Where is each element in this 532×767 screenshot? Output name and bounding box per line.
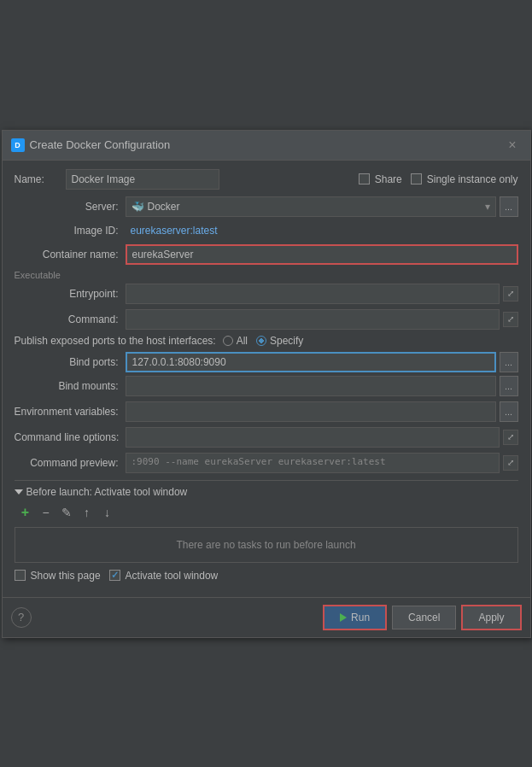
title-bar: D Create Docker Configuration × (3, 131, 530, 161)
container-name-input[interactable] (126, 244, 518, 265)
before-launch-toolbar: + − ✎ ↑ ↓ (15, 503, 518, 522)
name-row: Name: Share Single instance only (15, 169, 518, 190)
remove-task-button[interactable]: − (37, 503, 56, 522)
share-label: Share (375, 173, 402, 185)
server-ellipsis-button[interactable]: ... (500, 196, 518, 217)
activate-window-checkbox[interactable]: ✓ (109, 570, 120, 581)
button-row: ? Run Cancel Apply (3, 597, 530, 637)
bind-mounts-ellipsis-button[interactable]: ... (500, 376, 518, 396)
cmd-preview-expand-button[interactable]: ⤢ (503, 455, 518, 471)
image-id-value: eurekaserver:latest (126, 222, 518, 239)
publish-ports-label: Publish exposed ports to the host interf… (15, 335, 223, 347)
all-radio-group[interactable]: All (223, 335, 248, 347)
cmd-options-label: Command line options: (15, 431, 126, 443)
image-id-label: Image ID: (15, 225, 126, 237)
bind-ports-label: Bind ports: (15, 356, 126, 368)
bind-mounts-label: Bind mounts: (15, 380, 126, 392)
tasks-empty-area: There are no tasks to run before launch (15, 527, 518, 563)
server-label: Server: (15, 201, 126, 213)
edit-task-button[interactable]: ✎ (57, 503, 76, 522)
activate-window-checkbox-row[interactable]: ✓ Activate tool window (109, 570, 219, 582)
command-row: Command: ⤢ (15, 309, 518, 330)
radio-group: All Specify (223, 335, 518, 347)
show-page-checkbox-row[interactable]: Show this page (15, 570, 101, 582)
name-input[interactable] (66, 169, 219, 190)
add-task-button[interactable]: + (16, 503, 35, 522)
server-icon: 🐳 (132, 201, 144, 213)
bind-ports-row: Bind ports: ... (15, 352, 518, 372)
cmd-preview-row: Command preview: :9090 --name eurekaServ… (15, 453, 518, 473)
before-launch-label: Before launch: Activate tool window (26, 486, 188, 498)
checkmark-icon: ✓ (111, 570, 119, 581)
cancel-button[interactable]: Cancel (392, 606, 456, 629)
move-down-button[interactable]: ↓ (98, 503, 117, 522)
name-label: Name: (15, 173, 57, 185)
close-button[interactable]: × (503, 136, 521, 155)
container-name-label: Container name: (15, 249, 126, 261)
publish-ports-row: Publish exposed ports to the host interf… (15, 335, 518, 347)
entrypoint-expand-button[interactable]: ⤢ (503, 286, 518, 302)
specify-label: Specify (270, 335, 303, 347)
share-checkbox-row[interactable]: Share (359, 173, 402, 185)
show-page-checkbox[interactable] (15, 570, 26, 581)
server-value: Docker (148, 201, 180, 213)
server-select-row: 🐳 Docker ▾ ... (126, 196, 518, 217)
env-vars-ellipsis-button[interactable]: ... (500, 401, 518, 422)
run-button[interactable]: Run (323, 605, 387, 630)
show-activate-row: Show this page ✓ Activate tool window (15, 570, 518, 582)
cmd-options-expand-button[interactable]: ⤢ (503, 430, 518, 445)
bind-mounts-row: Bind mounts: ... (15, 376, 518, 396)
docker-icon: D (11, 138, 25, 152)
action-buttons: Run Cancel Apply (323, 605, 521, 630)
command-input[interactable] (126, 309, 500, 330)
command-label: Command: (32, 313, 126, 325)
entrypoint-label: Entrypoint: (32, 288, 126, 300)
dialog-title: Create Docker Configuration (30, 138, 171, 151)
before-launch-toggle[interactable] (15, 489, 23, 495)
env-vars-input[interactable] (126, 401, 496, 422)
server-dropdown[interactable]: 🐳 Docker ▾ (126, 196, 496, 217)
image-id-row: Image ID: eurekaserver:latest (15, 222, 518, 239)
specify-radio-group[interactable]: Specify (256, 335, 303, 347)
all-label: All (237, 335, 248, 347)
single-instance-checkbox-row[interactable]: Single instance only (411, 173, 518, 185)
entrypoint-input[interactable] (126, 284, 500, 304)
dialog-content: Name: Share Single instance only Server:… (3, 161, 530, 597)
title-bar-left: D Create Docker Configuration (11, 138, 171, 152)
executable-section-label: Executable (15, 270, 518, 280)
cmd-preview-value: :9090 --name eurekaServer eurekaserver:l… (126, 453, 500, 473)
run-label: Run (351, 612, 370, 624)
move-up-button[interactable]: ↑ (78, 503, 96, 522)
server-row: Server: 🐳 Docker ▾ ... (15, 196, 518, 217)
apply-button[interactable]: Apply (461, 605, 521, 630)
cmd-options-input[interactable] (126, 427, 499, 448)
bind-ports-ellipsis-button[interactable]: ... (500, 352, 518, 372)
all-radio[interactable] (223, 336, 233, 346)
share-checkbox[interactable] (359, 173, 370, 184)
show-page-label: Show this page (31, 570, 101, 582)
docker-config-dialog: D Create Docker Configuration × Name: Sh… (2, 130, 531, 638)
top-checkboxes: Share Single instance only (359, 173, 518, 185)
before-launch-header: Before launch: Activate tool window (15, 486, 518, 498)
before-launch-section: Before launch: Activate tool window + − … (15, 480, 518, 563)
cmd-options-row: Command line options: ⤢ (15, 427, 518, 448)
help-button[interactable]: ? (11, 607, 32, 628)
bind-ports-input[interactable] (126, 352, 496, 372)
cmd-preview-label: Command preview: (15, 457, 126, 469)
play-icon (340, 613, 347, 622)
specify-radio[interactable] (256, 336, 266, 346)
chevron-down-icon: ▾ (485, 201, 490, 213)
activate-window-label: Activate tool window (126, 570, 219, 582)
single-instance-label: Single instance only (427, 173, 518, 185)
bind-mounts-input[interactable] (126, 376, 496, 396)
env-vars-row: Environment variables: ... (15, 401, 518, 422)
single-instance-checkbox[interactable] (411, 173, 422, 184)
entrypoint-row: Entrypoint: ⤢ (15, 284, 518, 304)
command-expand-button[interactable]: ⤢ (503, 312, 518, 327)
container-name-row: Container name: (15, 244, 518, 265)
env-vars-label: Environment variables: (15, 406, 126, 418)
tasks-empty-label: There are no tasks to run before launch (176, 539, 355, 551)
